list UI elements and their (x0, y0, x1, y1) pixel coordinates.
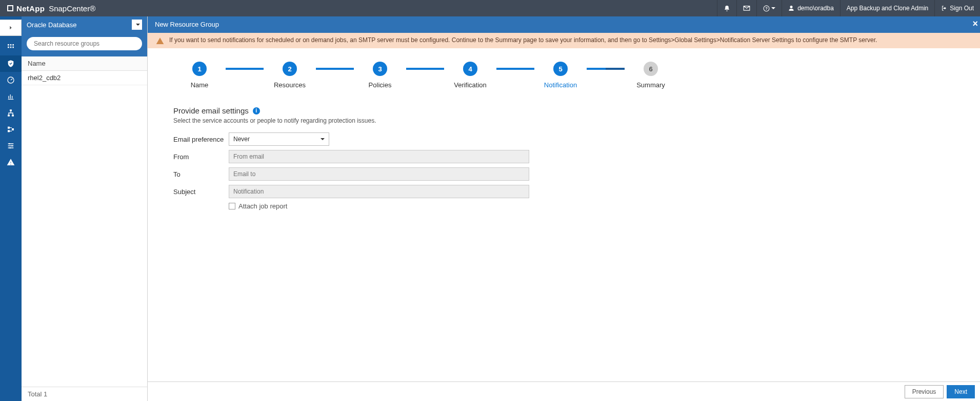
grid-icon (7, 43, 15, 51)
info-icon[interactable]: i (253, 107, 260, 114)
notifications-button[interactable] (717, 0, 736, 16)
svg-rect-13 (8, 130, 10, 132)
email-preference-label: Email preference (173, 136, 229, 143)
step-notification[interactable]: 5Notification (534, 62, 587, 89)
user-menu[interactable]: demo\oradba (782, 0, 840, 16)
svg-rect-14 (12, 128, 14, 130)
signout-icon (941, 5, 947, 11)
attach-report-checkbox[interactable] (229, 203, 235, 209)
close-button[interactable]: × (972, 18, 978, 29)
step-verification[interactable]: 4Verification (444, 62, 496, 89)
svg-rect-6 (10, 47, 12, 48)
chevron-down-icon (321, 138, 325, 140)
sign-out-button[interactable]: Sign Out (934, 0, 980, 16)
nav-reports[interactable] (0, 88, 22, 105)
warning-icon (7, 158, 15, 166)
storage-icon (7, 125, 15, 133)
wizard-stepper: 1Name 2Resources 3Policies 4Verification… (173, 62, 954, 89)
list-item-label: rhel2_cdb2 (28, 74, 61, 82)
step-name[interactable]: 1Name (173, 62, 226, 89)
product-name: SnapCenter® (49, 4, 95, 13)
subject-input[interactable] (229, 185, 529, 198)
top-bar: NetApp SnapCenter® ? demo\oradba App Bac… (0, 0, 980, 16)
envelope-icon (743, 5, 750, 12)
main-panel: New Resource Group × If you want to send… (148, 16, 980, 401)
next-button[interactable]: Next (947, 385, 975, 398)
col-name: Name (28, 60, 46, 67)
nav-alerts[interactable] (0, 154, 22, 170)
netapp-logo-icon (7, 5, 13, 11)
help-menu[interactable]: ? (756, 0, 782, 16)
user-icon (788, 5, 794, 11)
gauge-icon (7, 76, 15, 84)
svg-rect-10 (8, 114, 10, 116)
step-summary[interactable]: 6Summary (625, 62, 677, 89)
email-preference-select[interactable]: Never (229, 132, 329, 146)
search-input[interactable] (27, 37, 142, 50)
from-label: From (173, 153, 229, 161)
section-subtitle: Select the service accounts or people to… (173, 117, 954, 124)
nav-monitor[interactable] (0, 72, 22, 88)
svg-point-17 (9, 147, 11, 149)
svg-rect-12 (8, 127, 10, 129)
page-title: New Resource Group (155, 21, 219, 28)
step-policies[interactable]: 3Policies (354, 62, 406, 89)
nav-storage[interactable] (0, 121, 22, 138)
context-label: Oracle Database (27, 21, 77, 29)
attach-report-label: Attach job report (238, 202, 287, 210)
context-dropdown[interactable] (132, 20, 142, 30)
from-input[interactable] (229, 150, 529, 163)
svg-rect-2 (8, 44, 9, 46)
chart-icon (7, 92, 15, 101)
sidebar-context: Oracle Database (22, 16, 147, 33)
total-label: Total 1 (28, 390, 47, 398)
nav-dashboard[interactable] (0, 39, 22, 55)
svg-rect-4 (12, 44, 14, 46)
list-item[interactable]: rhel2_cdb2 (22, 71, 147, 85)
to-label: To (173, 170, 229, 178)
previous-button[interactable]: Previous (905, 385, 944, 398)
chevron-right-icon (8, 25, 13, 30)
svg-rect-11 (12, 114, 14, 116)
brand: NetApp SnapCenter® (0, 4, 103, 13)
warning-triangle-icon (156, 37, 164, 45)
vendor-name: NetApp (16, 4, 45, 13)
nav-rail (0, 16, 22, 401)
smtp-warning: If you want to send notifications for sc… (148, 33, 980, 48)
caret-down-icon (771, 7, 775, 9)
nav-hosts[interactable] (0, 105, 22, 121)
sliders-icon (7, 142, 15, 150)
hierarchy-icon (7, 109, 15, 117)
svg-point-16 (11, 145, 13, 147)
section-title: Provide email settings i (173, 106, 954, 115)
svg-point-15 (9, 143, 10, 145)
to-input[interactable] (229, 167, 529, 181)
bell-icon (724, 5, 730, 12)
svg-rect-5 (8, 47, 9, 48)
step-resources[interactable]: 2Resources (264, 62, 316, 89)
nav-resources[interactable] (0, 55, 22, 72)
subject-label: Subject (173, 188, 229, 196)
role-label[interactable]: App Backup and Clone Admin (840, 0, 934, 16)
svg-rect-7 (12, 47, 14, 48)
nav-expand-button[interactable] (0, 20, 22, 36)
chevron-down-icon (136, 24, 140, 26)
svg-rect-9 (10, 109, 12, 111)
help-icon: ? (763, 5, 770, 12)
wizard-footer: Previous Next (148, 381, 980, 401)
user-label: demo\oradba (797, 5, 834, 12)
nav-settings[interactable] (0, 138, 22, 154)
svg-rect-3 (10, 44, 12, 46)
resource-sidebar: Oracle Database Name rhel2_cdb2 Total 1 (22, 16, 148, 401)
page-header: New Resource Group × (148, 16, 980, 33)
shield-check-icon (7, 60, 15, 68)
sidebar-footer: Total 1 (22, 387, 147, 401)
list-header: Name (22, 56, 147, 71)
messages-button[interactable] (736, 0, 756, 16)
alert-text: If you want to send notifications for sc… (169, 36, 877, 45)
svg-text:?: ? (765, 6, 768, 11)
